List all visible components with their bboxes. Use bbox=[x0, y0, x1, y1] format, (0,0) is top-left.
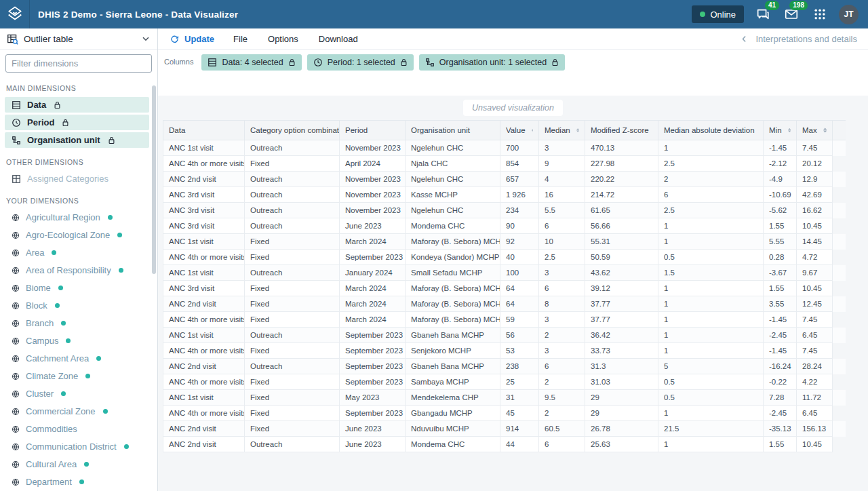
table-cell: Outreach bbox=[245, 359, 340, 374]
column-header-value[interactable]: Value bbox=[500, 121, 539, 140]
table-cell: 1 bbox=[658, 296, 764, 312]
table-cell-filler bbox=[833, 234, 846, 250]
mail-count-badge: 198 bbox=[789, 1, 808, 10]
unsaved-visualization-badge: Unsaved visualization bbox=[463, 100, 563, 116]
dimension-label: Agro-Ecological Zone bbox=[26, 230, 110, 240]
dimension-label: Assigned Categories bbox=[27, 174, 108, 184]
globe-icon bbox=[12, 390, 20, 398]
layout-chip-orgunit[interactable]: Organisation unit: 1 selected bbox=[419, 54, 565, 71]
dimension-item-block[interactable]: Block bbox=[5, 298, 149, 313]
table-cell: November 2023 bbox=[340, 203, 406, 218]
dimension-item-campus[interactable]: Campus bbox=[5, 333, 149, 349]
table-cell: June 2023 bbox=[340, 421, 406, 437]
lock-icon bbox=[400, 58, 408, 66]
table-cell: 0.5 bbox=[658, 250, 764, 265]
avatar[interactable]: JT bbox=[839, 5, 859, 24]
column-header-median[interactable]: Median bbox=[539, 121, 585, 140]
table-cell: March 2024 bbox=[340, 234, 406, 250]
dimension-item-data[interactable]: Data bbox=[5, 97, 149, 113]
dimension-item-area-of-responsibility[interactable]: Area of Responsibility bbox=[5, 262, 149, 278]
dimension-item-agro-ecological-zone[interactable]: Agro-Ecological Zone bbox=[5, 227, 149, 243]
filter-dimensions-input[interactable] bbox=[5, 54, 152, 73]
table-cell: September 2023 bbox=[340, 359, 406, 374]
column-header-filler bbox=[833, 121, 846, 140]
update-button[interactable]: Update bbox=[161, 28, 223, 49]
table-cell: 9 bbox=[539, 156, 585, 172]
lock-icon bbox=[54, 101, 61, 109]
table-cell: March 2024 bbox=[340, 281, 406, 296]
table-cell: 26.78 bbox=[585, 421, 658, 437]
table-cell: Outreach bbox=[245, 172, 340, 187]
interpretations-toggle[interactable]: Interpretations and details bbox=[732, 34, 865, 44]
outlier-table-icon bbox=[7, 33, 18, 45]
table-cell: 1.55 bbox=[764, 281, 797, 296]
dhis2-logo-icon[interactable] bbox=[0, 0, 30, 28]
table-cell: 16.62 bbox=[797, 203, 833, 218]
dimension-item-agricultural-region[interactable]: Agricultural Region bbox=[5, 210, 149, 225]
dimension-item-assigned-categories[interactable]: Assigned Categories bbox=[5, 171, 149, 186]
table-cell: 914 bbox=[500, 421, 539, 437]
clock-icon bbox=[12, 118, 21, 127]
header-bar: DHIS 2 Demo - Sierra Leone - Data Visual… bbox=[0, 0, 868, 28]
table-cell: ANC 1st visit bbox=[163, 328, 245, 343]
table-cell: Maforay (B. Sebora) MCHP bbox=[406, 281, 500, 296]
items-indicator-dot bbox=[79, 479, 84, 484]
messages-icon[interactable]: 41 bbox=[753, 5, 772, 24]
table-cell: 25.63 bbox=[585, 437, 658, 452]
dimension-item-cluster[interactable]: Cluster bbox=[5, 386, 149, 401]
table-cell: 36.42 bbox=[585, 328, 658, 343]
apps-icon[interactable] bbox=[810, 5, 829, 24]
table-cell-filler bbox=[833, 281, 846, 296]
items-indicator-dot bbox=[66, 338, 71, 343]
table-row: ANC 3rd visitOutreachNovember 2023Kasse … bbox=[163, 187, 846, 203]
dimension-item-biome[interactable]: Biome bbox=[5, 280, 149, 296]
items-indicator-dot bbox=[55, 303, 60, 308]
sidebar-scrollbar[interactable] bbox=[152, 85, 156, 274]
dimension-item-commercial-zone[interactable]: Commercial Zone bbox=[5, 404, 149, 419]
dimension-item-cultural-area[interactable]: Cultural Area bbox=[5, 456, 149, 472]
table-cell-filler bbox=[833, 218, 846, 234]
dimension-item-organisation-unit[interactable]: Organisation unit bbox=[5, 132, 149, 148]
menu-download[interactable]: Download bbox=[309, 28, 368, 49]
table-cell: 1.55 bbox=[764, 437, 797, 452]
table-cell: 90 bbox=[500, 218, 539, 234]
table-cell: 3 bbox=[539, 312, 585, 328]
table-cell: 1 bbox=[658, 437, 764, 452]
dimension-item-catchment-area[interactable]: Catchment Area bbox=[5, 351, 149, 366]
column-header-modified-z-score[interactable]: Modified Z-score bbox=[585, 121, 658, 140]
table-row: ANC 3rd visitFixedMarch 2024Maforay (B. … bbox=[163, 281, 846, 296]
table-cell: 39.12 bbox=[585, 281, 658, 296]
dimension-label: Communication District bbox=[26, 441, 117, 452]
column-header-min[interactable]: Min bbox=[764, 121, 797, 140]
column-header-median-absolute-deviation[interactable]: Median absolute deviation bbox=[658, 121, 764, 140]
items-indicator-dot bbox=[85, 374, 90, 378]
lock-icon bbox=[551, 58, 559, 66]
dimension-item-period[interactable]: Period bbox=[5, 115, 149, 130]
mail-icon[interactable]: 198 bbox=[782, 5, 801, 24]
layout-chip-period[interactable]: Period: 1 selected bbox=[307, 54, 414, 71]
dimension-item-communication-district[interactable]: Communication District bbox=[5, 439, 149, 454]
dimension-item-commodities[interactable]: Commodities bbox=[5, 421, 149, 437]
dimension-label: Cultural Area bbox=[26, 459, 77, 469]
visualization-type-label: Outlier table bbox=[24, 34, 73, 44]
messages-count-badge: 41 bbox=[765, 1, 779, 10]
dimension-item-climate-zone[interactable]: Climate Zone bbox=[5, 368, 149, 384]
menu-options[interactable]: Options bbox=[258, 28, 309, 49]
visualization-type-selector[interactable]: Outlier table bbox=[0, 28, 157, 50]
table-cell: 1 926 bbox=[500, 187, 539, 203]
table-cell: 1.5 bbox=[658, 265, 764, 281]
table-cell: 10 bbox=[539, 234, 585, 250]
dimension-item-area[interactable]: Area bbox=[5, 245, 149, 260]
table-cell: 3 bbox=[539, 140, 585, 156]
table-cell: -2.45 bbox=[764, 328, 797, 343]
clock-icon bbox=[313, 58, 323, 67]
menu-file[interactable]: File bbox=[223, 28, 258, 49]
column-header-max[interactable]: Max bbox=[797, 121, 833, 140]
layout-chip-data[interactable]: Data: 4 selected bbox=[201, 54, 301, 71]
dimension-item-department[interactable]: Department bbox=[5, 474, 149, 489]
dimension-item-branch[interactable]: Branch bbox=[5, 315, 149, 331]
table-cell: ANC 2nd visit bbox=[163, 421, 245, 437]
table-row: ANC 1st visitOutreachNovember 2023Ngeleh… bbox=[163, 140, 846, 156]
table-cell: ANC 4th or more visits bbox=[163, 312, 245, 328]
table-cell: 31 bbox=[500, 390, 539, 406]
